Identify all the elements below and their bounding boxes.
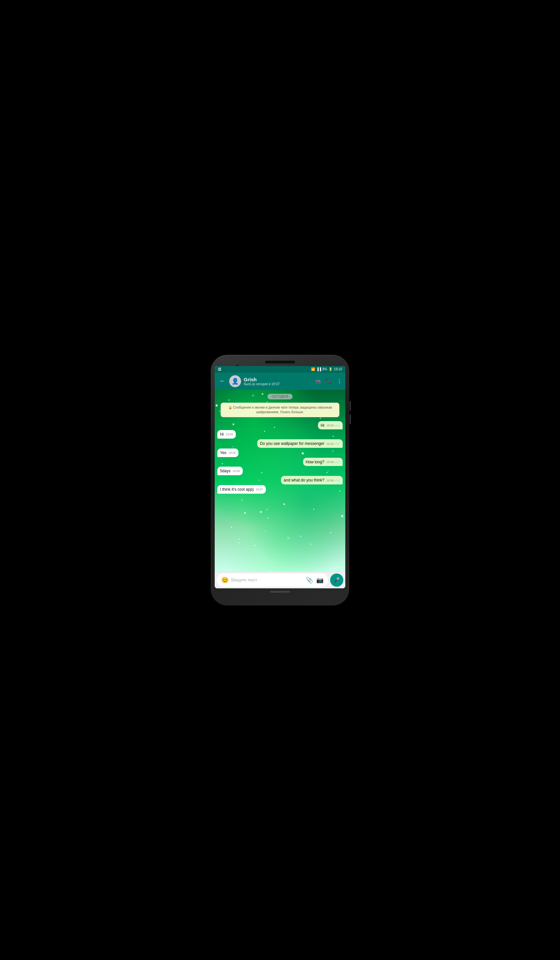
message-text: and what do you think?	[284, 478, 324, 482]
input-bar: 😊 Введите текст 📎 📷 🎤	[215, 571, 345, 588]
chat-area: ✦✦✦✦✦✦✦✦✦✦✦✦✦✦✦✦✦✦✦✦✸✸✶✺✺✦✸✦✧⊹✧✦✧✺✺✸✧✶✶⊹…	[215, 390, 345, 571]
message-meta: 19:06	[232, 469, 240, 473]
message-text: How long?	[306, 460, 325, 464]
message-bubble[interactable]: How long?19:06✓✓	[303, 458, 342, 466]
video-call-button[interactable]: 📹	[314, 378, 321, 384]
phone-device: 🖼 📶 ▐▐ 8% 🔋 19:10 ← 👤 Grish был(-а) сего…	[211, 355, 349, 605]
message-meta: 19:06	[229, 451, 236, 455]
message-text: Yes	[220, 451, 227, 455]
message-row: Hi19:05	[218, 430, 342, 438]
status-left: 🖼	[218, 367, 221, 371]
message-bubble[interactable]: I think it's cool app)19:07	[218, 485, 266, 494]
home-bar[interactable]	[270, 591, 290, 593]
menu-button[interactable]: ⋮	[337, 378, 342, 384]
read-receipt-icon: ✓✓	[335, 424, 340, 428]
message-text: I think it's cool app)	[220, 487, 254, 492]
message-bubble[interactable]: Hi19:05✓✓	[318, 421, 342, 430]
contact-name: Grish	[244, 377, 312, 382]
message-meta: 19:05✓✓	[326, 424, 340, 428]
contact-status: был(-а) сегодня в 19:07	[244, 382, 312, 386]
app-bar: ← 👤 Grish был(-а) сегодня в 19:07 📹 📞 ⋮	[215, 373, 345, 390]
read-receipt-icon: ✓✓	[335, 442, 340, 446]
message-bubble[interactable]: Hi19:05	[218, 430, 236, 438]
message-row: I think it's cool app)19:07	[218, 485, 342, 494]
message-row: 5days19:06	[218, 467, 342, 475]
attach-button[interactable]: 📎	[305, 576, 314, 584]
notification-icon: 🖼	[218, 367, 221, 371]
message-meta: 19:05✓✓	[326, 442, 340, 446]
encryption-notice: 🔒 Сообщения и звонки в данном чате тепер…	[221, 403, 339, 417]
camera-button[interactable]: 📷	[315, 576, 324, 584]
message-bubble[interactable]: Yes19:06	[218, 448, 238, 457]
read-receipt-icon: ✓✓	[335, 460, 340, 465]
avatar: 👤	[229, 375, 241, 387]
speaker	[265, 361, 295, 363]
input-placeholder: Введите текст	[231, 578, 303, 582]
message-row: and what do you think?19:06✓✓	[218, 476, 342, 485]
contact-info: Grish был(-а) сегодня в 19:07	[244, 377, 312, 386]
message-text: 5days	[220, 469, 230, 473]
mic-button[interactable]: 🎤	[330, 573, 343, 587]
volume-up-button[interactable]	[350, 401, 351, 411]
app-bar-actions: 📹 📞 ⋮	[314, 378, 342, 384]
message-row: Yes19:06	[218, 448, 342, 457]
messages-list: Hi19:05✓✓Hi19:05Do you use wallpaper for…	[218, 421, 342, 494]
message-text: Hi	[320, 423, 324, 428]
phone-screen: 🖼 📶 ▐▐ 8% 🔋 19:10 ← 👤 Grish был(-а) сего…	[215, 366, 345, 588]
back-button[interactable]: ←	[218, 376, 227, 386]
signal-icon: ▐▐	[316, 367, 321, 371]
wifi-icon: 📶	[311, 367, 315, 371]
message-text: Do you use wallpaper for messenger	[260, 441, 324, 446]
clock: 19:10	[334, 367, 342, 371]
status-right: 📶 ▐▐ 8% 🔋 19:10	[311, 367, 342, 371]
battery-icon: 🔋	[328, 367, 333, 371]
message-meta: 19:06✓✓	[326, 460, 340, 465]
status-bar: 🖼 📶 ▐▐ 8% 🔋 19:10	[215, 366, 345, 373]
message-bubble[interactable]: and what do you think?19:06✓✓	[281, 476, 342, 485]
message-row: How long?19:06✓✓	[218, 458, 342, 466]
message-meta: 19:05	[226, 432, 233, 437]
message-bubble[interactable]: Do you use wallpaper for messenger19:05✓…	[257, 439, 342, 448]
message-meta: 19:06✓✓	[326, 478, 340, 483]
message-meta: 19:07	[256, 487, 263, 492]
input-field-container[interactable]: 😊 Введите текст 📎 📷	[217, 573, 328, 587]
battery-text: 8%	[323, 367, 327, 371]
message-row: Do you use wallpaper for messenger19:05✓…	[218, 439, 342, 448]
date-badge: СЕГОДНЯ	[267, 394, 292, 399]
call-button[interactable]: 📞	[325, 378, 332, 384]
message-row: Hi19:05✓✓	[218, 421, 342, 430]
read-receipt-icon: ✓✓	[335, 478, 340, 483]
mic-icon: 🎤	[333, 577, 340, 583]
emoji-button[interactable]: 😊	[221, 576, 229, 584]
message-bubble[interactable]: 5days19:06	[218, 467, 243, 475]
chat-content: СЕГОДНЯ 🔒 Сообщения и звонки в данном ча…	[215, 390, 345, 496]
message-text: Hi	[220, 432, 224, 437]
volume-down-button[interactable]	[350, 414, 351, 424]
